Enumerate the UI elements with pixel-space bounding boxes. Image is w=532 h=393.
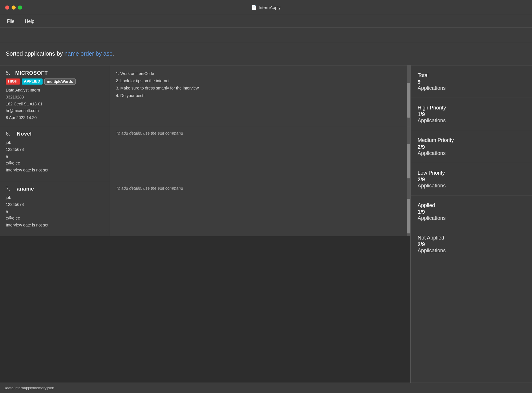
app-notes-5: 1. Work on LeetCode 2. Look for tips on … (110, 65, 407, 126)
app-title-6: 6. Novel (6, 131, 104, 137)
app-tags-5: HIGH APPLIED multipleWords (6, 78, 104, 85)
traffic-lights (5, 6, 22, 10)
maximize-button[interactable] (18, 6, 22, 10)
close-button[interactable] (5, 6, 9, 10)
tag-high: HIGH (6, 78, 20, 85)
minimize-button[interactable] (12, 6, 16, 10)
scroll-track-6[interactable] (407, 126, 410, 181)
stat-medium: Medium Priority 2/9 Applications (411, 130, 532, 163)
app-left-6: 6. Novel job 12345678 a e@e.ee Interview… (0, 126, 110, 181)
stat-high: High Priority 1/9 Applications (411, 98, 532, 130)
app-item-7[interactable]: 7. aname job 12345678 a e@e.ee Interview… (0, 181, 410, 236)
sort-text: Sorted applications by name order by asc… (6, 50, 114, 57)
scroll-thumb-6[interactable] (407, 144, 410, 178)
menu-help[interactable]: Help (23, 18, 37, 25)
app-notes-6: To add details, use the edit command (110, 126, 407, 181)
tag-applied: APPLIED (22, 78, 43, 85)
app-item-5[interactable]: 5. MICROSOFT HIGH APPLIED multipleWords … (0, 65, 410, 126)
app-title-5: 5. MICROSOFT (6, 70, 104, 76)
window-title: 📄 InternApply (251, 5, 281, 10)
notes-placeholder-6: To add details, use the edit command (116, 131, 401, 136)
sort-banner: Sorted applications by name order by asc… (0, 42, 532, 65)
app-left-5: 5. MICROSOFT HIGH APPLIED multipleWords … (0, 65, 110, 126)
stat-low: Low Priority 2/9 Applications (411, 163, 532, 195)
stat-applied: Applied 1/9 Applications (411, 195, 532, 228)
notes-content-5: 1. Work on LeetCode 2. Look for tips on … (116, 70, 401, 99)
app-detail-6: job 12345678 a e@e.ee Interview date is … (6, 139, 104, 174)
title-icon: 📄 (251, 5, 257, 10)
app-left-7: 7. aname job 12345678 a e@e.ee Interview… (0, 181, 110, 236)
title-bar: 📄 InternApply (0, 0, 532, 15)
app-notes-7: To add details, use the edit command (110, 181, 407, 236)
tag-custom: multipleWords (44, 78, 76, 85)
scroll-track-5[interactable] (407, 65, 410, 126)
main-content: 5. MICROSOFT HIGH APPLIED multipleWords … (0, 65, 532, 383)
scroll-track-7[interactable] (407, 181, 410, 236)
app-detail-5: Data Analyst Intern 93210283 182 Cecil S… (6, 87, 104, 121)
menu-bar: File Help (0, 15, 532, 28)
stats-panel: Total 9 Applications High Priority 1/9 A… (410, 65, 532, 383)
scroll-thumb-5[interactable] (407, 83, 410, 118)
toolbar-area (0, 28, 532, 42)
app-item-6[interactable]: 6. Novel job 12345678 a e@e.ee Interview… (0, 126, 410, 181)
stat-total: Total 9 Applications (411, 65, 532, 98)
scroll-thumb-7[interactable] (407, 199, 410, 233)
notes-placeholder-7: To add details, use the edit command (116, 186, 401, 191)
status-path: ./data/internapplymemory.json (4, 386, 54, 390)
app-detail-7: job 12345678 a e@e.ee Interview date is … (6, 194, 104, 229)
status-bar: ./data/internapplymemory.json (0, 383, 532, 393)
stat-not-applied: Not Applied 2/9 Applications (411, 228, 532, 260)
menu-file[interactable]: File (5, 18, 17, 25)
app-title-7: 7. aname (6, 186, 104, 192)
